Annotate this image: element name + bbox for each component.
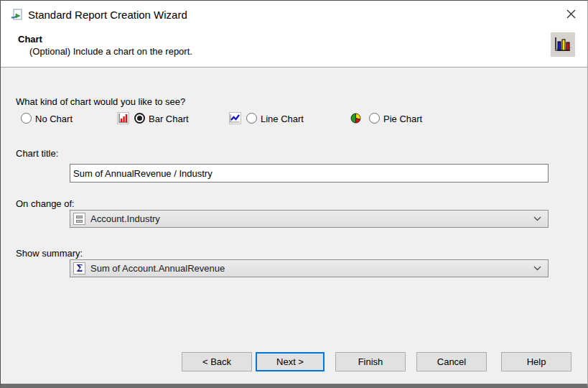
page-header: Chart (Optional) Include a chart on the … [1, 29, 587, 67]
chart-kind-question: What kind of chart would you like to see… [16, 96, 185, 107]
line-chart-icon [229, 112, 241, 124]
sigma-icon: Σ [73, 262, 85, 274]
wizard-dialog: Standard Report Creation Wizard Chart (O… [0, 0, 588, 388]
finish-button[interactable]: Finish [335, 352, 406, 371]
group-field-icon [73, 213, 85, 225]
next-button[interactable]: Next > [256, 352, 325, 371]
cancel-button[interactable]: Cancel [416, 352, 487, 371]
radio-pie-chart[interactable] [369, 113, 380, 124]
close-button[interactable] [560, 4, 582, 24]
on-change-of-value: Account.Industry [90, 213, 533, 224]
radio-line-chart-label[interactable]: Line Chart [261, 114, 304, 124]
page-subtitle: (Optional) Include a chart on the report… [29, 46, 192, 57]
radio-pie-chart-label[interactable]: Pie Chart [383, 114, 422, 124]
dialog-body: What kind of chart would you like to see… [1, 68, 587, 384]
on-change-of-label: On change of: [16, 198, 75, 209]
back-button[interactable]: < Back [182, 352, 252, 371]
radio-line-chart[interactable] [246, 113, 257, 124]
show-summary-value: Sum of Account.AnnualRevenue [90, 263, 533, 274]
chevron-down-icon [533, 216, 541, 221]
radio-bar-chart-label[interactable]: Bar Chart [149, 114, 189, 124]
chevron-down-icon [533, 266, 541, 271]
close-icon [566, 9, 576, 19]
help-button[interactable]: Help [501, 352, 571, 371]
on-change-of-select[interactable]: Account.Industry [70, 210, 549, 228]
pie-chart-icon [350, 112, 362, 124]
bar-chart-icon [117, 112, 129, 124]
report-wizard-icon [11, 9, 23, 21]
radio-bar-chart[interactable] [134, 113, 145, 124]
chart-title-input[interactable] [70, 164, 549, 183]
show-summary-select[interactable]: Σ Sum of Account.AnnualRevenue [70, 259, 549, 277]
title-bar: Standard Report Creation Wizard [1, 1, 587, 29]
chart-step-icon [551, 32, 575, 57]
bar-chart-3d-icon [554, 35, 572, 54]
chart-title-label: Chart title: [16, 148, 58, 159]
radio-no-chart-label[interactable]: No Chart [35, 114, 73, 124]
show-summary-label: Show summary: [16, 248, 83, 259]
page-title: Chart [18, 34, 42, 45]
window-title: Standard Report Creation Wizard [28, 9, 187, 21]
radio-no-chart[interactable] [21, 113, 32, 124]
